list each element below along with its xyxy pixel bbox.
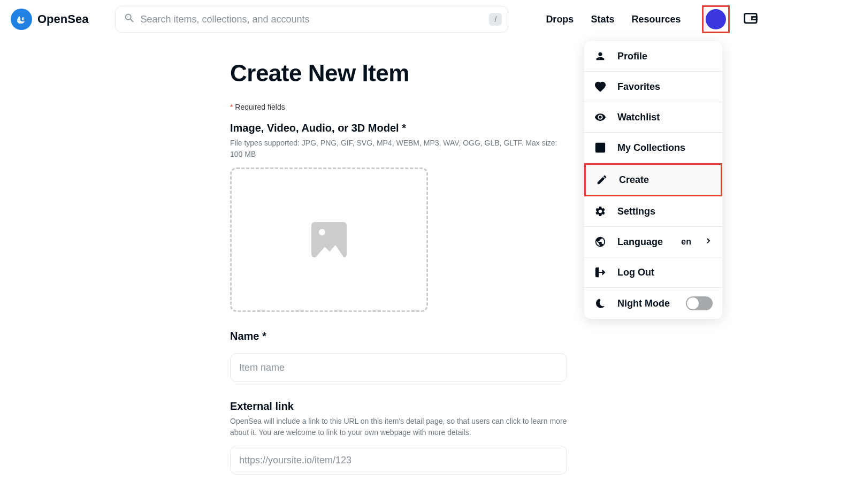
logo[interactable]: OpenSea (11, 9, 88, 30)
moon-icon (594, 297, 607, 310)
menu-label: Language (617, 236, 670, 248)
media-upload-box[interactable] (230, 167, 428, 312)
menu-night-mode[interactable]: Night Mode (584, 288, 722, 319)
svg-rect-2 (596, 143, 605, 152)
search-bar: / (115, 6, 508, 33)
menu-label: Profile (617, 51, 713, 62)
opensea-logo-icon (11, 9, 32, 30)
account-dropdown: Profile Favorites Watchlist My Collectio… (584, 41, 722, 319)
external-link-label: External link (230, 400, 567, 413)
search-shortcut-key: / (489, 13, 502, 26)
menu-label: Create (619, 174, 711, 186)
header-right (702, 5, 759, 33)
name-input[interactable] (230, 353, 567, 382)
media-hint: File types supported: JPG, PNG, GIF, SVG… (230, 138, 567, 160)
menu-profile[interactable]: Profile (584, 41, 722, 72)
avatar-icon (706, 9, 726, 29)
chevron-right-icon (704, 236, 713, 248)
menu-label: Watchlist (617, 112, 713, 123)
night-mode-toggle[interactable] (686, 296, 713, 310)
main-content: Create New Item * Required fields Image,… (230, 60, 567, 493)
wallet-button[interactable] (743, 10, 759, 28)
menu-favorites[interactable]: Favorites (584, 72, 722, 102)
menu-label: Log Out (617, 267, 713, 278)
eye-icon (594, 111, 607, 124)
header: OpenSea / Drops Stats Resources (0, 0, 856, 39)
external-link-hint: OpenSea will include a link to this URL … (230, 416, 567, 438)
nav-stats[interactable]: Stats (591, 14, 614, 25)
menu-collections[interactable]: My Collections (584, 133, 722, 163)
image-placeholder-icon (311, 222, 347, 257)
person-icon (594, 50, 607, 63)
name-label: Name * (230, 330, 567, 342)
nav-resources[interactable]: Resources (631, 14, 681, 25)
heart-icon (594, 80, 607, 93)
main-nav: Drops Stats Resources (546, 14, 681, 25)
svg-rect-1 (752, 17, 757, 20)
page-title: Create New Item (230, 60, 567, 87)
nav-drops[interactable]: Drops (546, 14, 574, 25)
menu-language[interactable]: Language en (584, 227, 722, 257)
menu-label: Settings (617, 206, 713, 217)
pencil-icon (595, 173, 608, 186)
search-icon (124, 12, 135, 26)
globe-icon (594, 235, 607, 248)
search-input[interactable] (115, 6, 508, 33)
menu-watchlist[interactable]: Watchlist (584, 102, 722, 133)
account-menu-button[interactable] (702, 5, 730, 33)
svg-rect-0 (745, 13, 757, 23)
external-link-input[interactable] (230, 446, 567, 475)
grid-icon (594, 141, 607, 154)
menu-logout[interactable]: Log Out (584, 257, 722, 288)
menu-label: My Collections (617, 142, 713, 154)
gear-icon (594, 205, 607, 218)
brand-name: OpenSea (37, 12, 88, 26)
logout-icon (594, 266, 607, 279)
menu-label: Night Mode (617, 298, 675, 309)
required-note: * Required fields (230, 103, 567, 111)
media-label: Image, Video, Audio, or 3D Model * (230, 122, 567, 134)
menu-create[interactable]: Create (584, 163, 722, 196)
language-value: en (681, 237, 691, 247)
menu-label: Favorites (617, 81, 713, 93)
menu-settings[interactable]: Settings (584, 196, 722, 227)
